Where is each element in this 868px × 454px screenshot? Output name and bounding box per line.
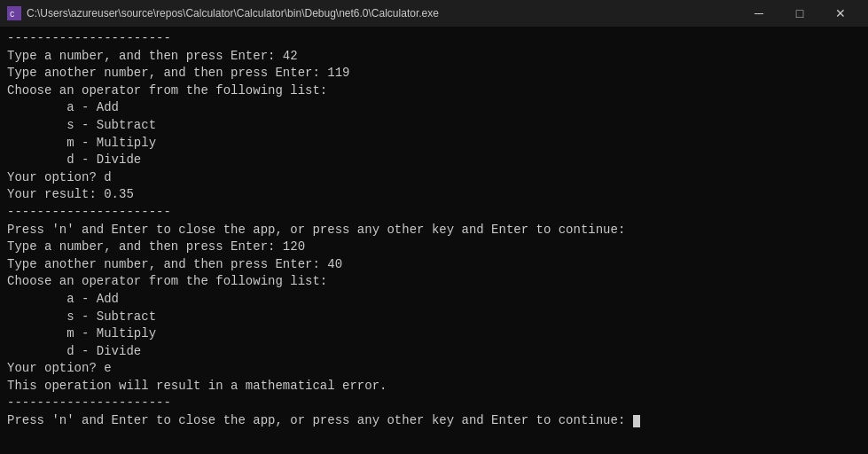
app-icon: C — [7, 6, 21, 20]
cursor — [633, 415, 640, 427]
console-line: Your option? d — [7, 169, 861, 187]
console-line: m - Multiply — [7, 135, 861, 153]
console-line: Press 'n' and Enter to close the app, or… — [7, 222, 861, 239]
console-line: ---------------------- — [7, 204, 861, 222]
console-line: This operation will result in a mathemat… — [7, 378, 861, 395]
console-line: s - Subtract — [7, 309, 861, 326]
console-line: ---------------------- — [7, 30, 861, 48]
console-line: Your option? e — [7, 360, 861, 378]
svg-text:C: C — [10, 11, 15, 20]
console-line: Type another number, and then press Ente… — [7, 256, 861, 274]
console-output[interactable]: ----------------------Type a number, and… — [0, 27, 868, 454]
console-line: Choose an operator from the following li… — [7, 273, 861, 291]
console-line: a - Add — [7, 291, 861, 309]
console-line: Type a number, and then press Enter: 120 — [7, 239, 861, 256]
window: C C:\Users\azureuser\source\repos\Calcul… — [0, 0, 868, 454]
maximize-button[interactable]: □ — [779, 0, 820, 27]
window-controls: ─ □ ✕ — [739, 0, 861, 27]
minimize-button[interactable]: ─ — [739, 0, 779, 27]
console-line: Choose an operator from the following li… — [7, 82, 861, 100]
console-line: m - Multiply — [7, 325, 861, 343]
console-line: a - Add — [7, 99, 861, 117]
window-title: C:\Users\azureuser\source\repos\Calculat… — [27, 7, 739, 20]
console-line: Press 'n' and Enter to close the app, or… — [7, 412, 861, 430]
console-line: s - Subtract — [7, 117, 861, 135]
console-line: Type another number, and then press Ente… — [7, 65, 861, 82]
console-line: Type a number, and then press Enter: 42 — [7, 48, 861, 66]
console-line: d - Divide — [7, 343, 861, 361]
console-line: ---------------------- — [7, 395, 861, 412]
console-line: Your result: 0.35 — [7, 186, 861, 204]
console-line: d - Divide — [7, 152, 861, 169]
close-button[interactable]: ✕ — [820, 0, 861, 27]
title-bar: C C:\Users\azureuser\source\repos\Calcul… — [0, 0, 868, 27]
